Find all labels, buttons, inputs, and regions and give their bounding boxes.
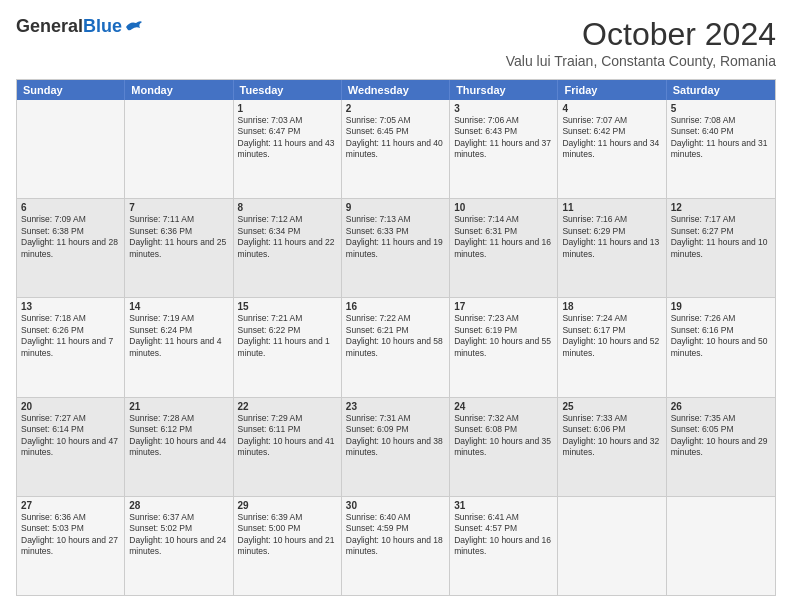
day-info: Sunrise: 7:26 AM Sunset: 6:16 PM Dayligh… bbox=[671, 313, 771, 359]
calendar-body: 1Sunrise: 7:03 AM Sunset: 6:47 PM Daylig… bbox=[17, 100, 775, 595]
day-header-thursday: Thursday bbox=[450, 80, 558, 100]
day-info: Sunrise: 7:19 AM Sunset: 6:24 PM Dayligh… bbox=[129, 313, 228, 359]
day-cell: 7Sunrise: 7:11 AM Sunset: 6:36 PM Daylig… bbox=[125, 199, 233, 297]
header: GeneralBlue October 2024 Valu lui Traian… bbox=[16, 16, 776, 69]
day-cell: 26Sunrise: 7:35 AM Sunset: 6:05 PM Dayli… bbox=[667, 398, 775, 496]
day-info: Sunrise: 6:36 AM Sunset: 5:03 PM Dayligh… bbox=[21, 512, 120, 558]
day-info: Sunrise: 7:14 AM Sunset: 6:31 PM Dayligh… bbox=[454, 214, 553, 260]
day-cell: 10Sunrise: 7:14 AM Sunset: 6:31 PM Dayli… bbox=[450, 199, 558, 297]
day-info: Sunrise: 7:06 AM Sunset: 6:43 PM Dayligh… bbox=[454, 115, 553, 161]
day-number: 26 bbox=[671, 401, 771, 412]
day-cell: 28Sunrise: 6:37 AM Sunset: 5:02 PM Dayli… bbox=[125, 497, 233, 595]
day-cell bbox=[17, 100, 125, 198]
day-info: Sunrise: 7:13 AM Sunset: 6:33 PM Dayligh… bbox=[346, 214, 445, 260]
calendar-header: SundayMondayTuesdayWednesdayThursdayFrid… bbox=[17, 80, 775, 100]
day-header-friday: Friday bbox=[558, 80, 666, 100]
day-info: Sunrise: 7:12 AM Sunset: 6:34 PM Dayligh… bbox=[238, 214, 337, 260]
day-cell: 2Sunrise: 7:05 AM Sunset: 6:45 PM Daylig… bbox=[342, 100, 450, 198]
day-cell: 27Sunrise: 6:36 AM Sunset: 5:03 PM Dayli… bbox=[17, 497, 125, 595]
day-number: 3 bbox=[454, 103, 553, 114]
day-info: Sunrise: 7:18 AM Sunset: 6:26 PM Dayligh… bbox=[21, 313, 120, 359]
day-info: Sunrise: 7:23 AM Sunset: 6:19 PM Dayligh… bbox=[454, 313, 553, 359]
day-cell: 3Sunrise: 7:06 AM Sunset: 6:43 PM Daylig… bbox=[450, 100, 558, 198]
day-cell: 25Sunrise: 7:33 AM Sunset: 6:06 PM Dayli… bbox=[558, 398, 666, 496]
day-number: 23 bbox=[346, 401, 445, 412]
day-info: Sunrise: 7:29 AM Sunset: 6:11 PM Dayligh… bbox=[238, 413, 337, 459]
day-number: 1 bbox=[238, 103, 337, 114]
day-cell: 20Sunrise: 7:27 AM Sunset: 6:14 PM Dayli… bbox=[17, 398, 125, 496]
day-cell: 16Sunrise: 7:22 AM Sunset: 6:21 PM Dayli… bbox=[342, 298, 450, 396]
day-info: Sunrise: 7:08 AM Sunset: 6:40 PM Dayligh… bbox=[671, 115, 771, 161]
day-info: Sunrise: 6:37 AM Sunset: 5:02 PM Dayligh… bbox=[129, 512, 228, 558]
day-cell: 5Sunrise: 7:08 AM Sunset: 6:40 PM Daylig… bbox=[667, 100, 775, 198]
day-number: 24 bbox=[454, 401, 553, 412]
day-cell: 11Sunrise: 7:16 AM Sunset: 6:29 PM Dayli… bbox=[558, 199, 666, 297]
day-number: 22 bbox=[238, 401, 337, 412]
day-cell: 13Sunrise: 7:18 AM Sunset: 6:26 PM Dayli… bbox=[17, 298, 125, 396]
calendar-row: 6Sunrise: 7:09 AM Sunset: 6:38 PM Daylig… bbox=[17, 199, 775, 298]
day-cell: 9Sunrise: 7:13 AM Sunset: 6:33 PM Daylig… bbox=[342, 199, 450, 297]
day-number: 29 bbox=[238, 500, 337, 511]
day-cell: 29Sunrise: 6:39 AM Sunset: 5:00 PM Dayli… bbox=[234, 497, 342, 595]
day-number: 6 bbox=[21, 202, 120, 213]
day-header-monday: Monday bbox=[125, 80, 233, 100]
day-cell: 12Sunrise: 7:17 AM Sunset: 6:27 PM Dayli… bbox=[667, 199, 775, 297]
day-cell bbox=[125, 100, 233, 198]
day-info: Sunrise: 7:32 AM Sunset: 6:08 PM Dayligh… bbox=[454, 413, 553, 459]
day-cell bbox=[667, 497, 775, 595]
day-info: Sunrise: 7:35 AM Sunset: 6:05 PM Dayligh… bbox=[671, 413, 771, 459]
day-number: 2 bbox=[346, 103, 445, 114]
day-info: Sunrise: 7:24 AM Sunset: 6:17 PM Dayligh… bbox=[562, 313, 661, 359]
day-info: Sunrise: 7:09 AM Sunset: 6:38 PM Dayligh… bbox=[21, 214, 120, 260]
logo-text: GeneralBlue bbox=[16, 16, 144, 37]
day-info: Sunrise: 6:41 AM Sunset: 4:57 PM Dayligh… bbox=[454, 512, 553, 558]
day-number: 18 bbox=[562, 301, 661, 312]
calendar: SundayMondayTuesdayWednesdayThursdayFrid… bbox=[16, 79, 776, 596]
day-cell: 19Sunrise: 7:26 AM Sunset: 6:16 PM Dayli… bbox=[667, 298, 775, 396]
day-number: 4 bbox=[562, 103, 661, 114]
day-cell: 24Sunrise: 7:32 AM Sunset: 6:08 PM Dayli… bbox=[450, 398, 558, 496]
day-number: 17 bbox=[454, 301, 553, 312]
day-number: 5 bbox=[671, 103, 771, 114]
day-number: 11 bbox=[562, 202, 661, 213]
title-section: October 2024 Valu lui Traian, Constanta … bbox=[506, 16, 776, 69]
day-number: 10 bbox=[454, 202, 553, 213]
day-number: 8 bbox=[238, 202, 337, 213]
day-info: Sunrise: 7:07 AM Sunset: 6:42 PM Dayligh… bbox=[562, 115, 661, 161]
day-info: Sunrise: 6:40 AM Sunset: 4:59 PM Dayligh… bbox=[346, 512, 445, 558]
day-info: Sunrise: 7:11 AM Sunset: 6:36 PM Dayligh… bbox=[129, 214, 228, 260]
day-header-wednesday: Wednesday bbox=[342, 80, 450, 100]
day-info: Sunrise: 7:28 AM Sunset: 6:12 PM Dayligh… bbox=[129, 413, 228, 459]
day-number: 28 bbox=[129, 500, 228, 511]
day-cell: 18Sunrise: 7:24 AM Sunset: 6:17 PM Dayli… bbox=[558, 298, 666, 396]
day-number: 15 bbox=[238, 301, 337, 312]
page: GeneralBlue October 2024 Valu lui Traian… bbox=[0, 0, 792, 612]
day-number: 9 bbox=[346, 202, 445, 213]
day-number: 16 bbox=[346, 301, 445, 312]
day-cell: 6Sunrise: 7:09 AM Sunset: 6:38 PM Daylig… bbox=[17, 199, 125, 297]
calendar-row: 13Sunrise: 7:18 AM Sunset: 6:26 PM Dayli… bbox=[17, 298, 775, 397]
day-cell: 1Sunrise: 7:03 AM Sunset: 6:47 PM Daylig… bbox=[234, 100, 342, 198]
day-cell: 14Sunrise: 7:19 AM Sunset: 6:24 PM Dayli… bbox=[125, 298, 233, 396]
day-number: 13 bbox=[21, 301, 120, 312]
logo: GeneralBlue bbox=[16, 16, 144, 37]
day-info: Sunrise: 7:27 AM Sunset: 6:14 PM Dayligh… bbox=[21, 413, 120, 459]
day-info: Sunrise: 7:33 AM Sunset: 6:06 PM Dayligh… bbox=[562, 413, 661, 459]
day-number: 14 bbox=[129, 301, 228, 312]
day-number: 25 bbox=[562, 401, 661, 412]
day-header-sunday: Sunday bbox=[17, 80, 125, 100]
day-cell: 22Sunrise: 7:29 AM Sunset: 6:11 PM Dayli… bbox=[234, 398, 342, 496]
day-info: Sunrise: 7:22 AM Sunset: 6:21 PM Dayligh… bbox=[346, 313, 445, 359]
day-cell: 21Sunrise: 7:28 AM Sunset: 6:12 PM Dayli… bbox=[125, 398, 233, 496]
day-cell: 17Sunrise: 7:23 AM Sunset: 6:19 PM Dayli… bbox=[450, 298, 558, 396]
day-cell: 23Sunrise: 7:31 AM Sunset: 6:09 PM Dayli… bbox=[342, 398, 450, 496]
calendar-row: 27Sunrise: 6:36 AM Sunset: 5:03 PM Dayli… bbox=[17, 497, 775, 595]
day-info: Sunrise: 7:31 AM Sunset: 6:09 PM Dayligh… bbox=[346, 413, 445, 459]
day-number: 7 bbox=[129, 202, 228, 213]
month-title: October 2024 bbox=[506, 16, 776, 53]
logo-general: General bbox=[16, 16, 83, 37]
calendar-row: 20Sunrise: 7:27 AM Sunset: 6:14 PM Dayli… bbox=[17, 398, 775, 497]
day-number: 21 bbox=[129, 401, 228, 412]
logo-bird-icon bbox=[124, 19, 144, 35]
day-number: 19 bbox=[671, 301, 771, 312]
